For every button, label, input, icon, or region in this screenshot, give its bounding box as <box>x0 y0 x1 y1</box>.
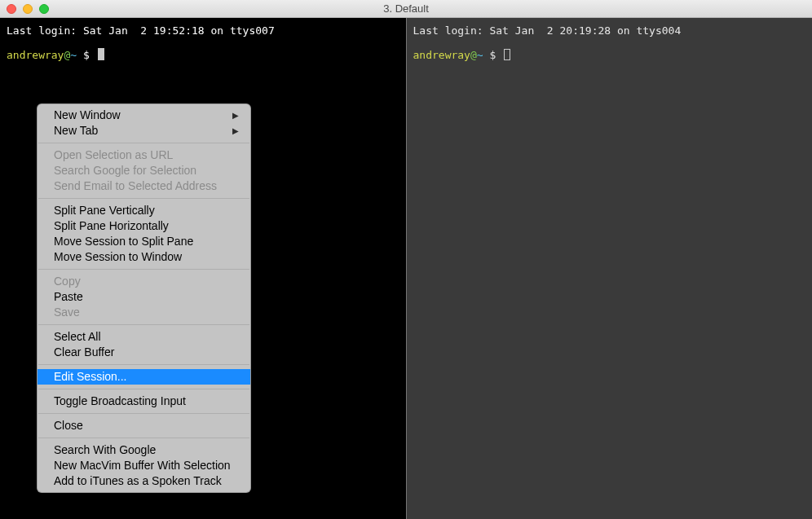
title-bar[interactable]: 3. Default <box>0 0 812 18</box>
menu-item-label: Move Session to Window <box>54 249 182 266</box>
window-title: 3. Default <box>0 2 812 15</box>
menu-item-label: New MacVim Buffer With Selection <box>54 457 231 474</box>
menu-separator <box>38 389 249 389</box>
menu-item-split-pane-horizontally[interactable]: Split Pane Horizontally <box>38 218 250 234</box>
chevron-right-icon: ▶ <box>232 109 239 121</box>
close-window-icon[interactable] <box>7 4 16 14</box>
menu-item-label: Edit Session... <box>54 368 127 385</box>
menu-item-move-session-to-window[interactable]: Move Session to Window <box>38 249 250 265</box>
menu-item-label: Split Pane Vertically <box>54 202 155 219</box>
menu-item-label: New Tab <box>54 122 98 139</box>
chevron-right-icon: ▶ <box>232 125 239 137</box>
menu-separator <box>38 413 249 414</box>
prompt-tilde: ~ <box>70 49 77 61</box>
terminal-pane-right[interactable]: Last login: Sat Jan 2 20:19:28 on ttys00… <box>407 18 813 519</box>
menu-item-label: Add to iTunes as a Spoken Track <box>54 473 222 490</box>
menu-item-label: Open Selection as URL <box>54 147 173 164</box>
menu-separator <box>38 438 249 438</box>
last-login-line: Last login: Sat Jan 2 19:52:18 on ttys00… <box>7 23 399 39</box>
menu-item-toggle-broadcasting-input[interactable]: Toggle Broadcasting Input <box>38 394 250 409</box>
menu-item-clear-buffer[interactable]: Clear Buffer <box>38 345 250 360</box>
menu-item-label: Search With Google <box>54 442 156 459</box>
menu-item-label: Copy <box>54 273 81 290</box>
menu-item-label: Select All <box>54 328 101 345</box>
menu-item-split-pane-vertically[interactable]: Split Pane Vertically <box>38 203 250 218</box>
prompt-tilde: ~ <box>477 49 483 61</box>
menu-item-edit-session[interactable]: Edit Session... <box>38 369 250 385</box>
cursor-icon <box>98 48 104 60</box>
prompt-user: andrewray <box>413 49 470 61</box>
menu-item-close[interactable]: Close <box>38 418 250 433</box>
menu-item-label: Send Email to Selected Address <box>54 178 217 195</box>
prompt-line: andrewray@~ $ <box>413 47 806 64</box>
menu-item-open-selection-as-url: Open Selection as URL <box>38 147 250 163</box>
menu-separator <box>38 143 249 143</box>
menu-item-new-window[interactable]: New Window▶ <box>38 108 250 123</box>
zoom-window-icon[interactable] <box>39 4 49 14</box>
menu-separator <box>38 269 249 270</box>
menu-separator <box>38 198 249 199</box>
menu-item-new-tab[interactable]: New Tab▶ <box>38 123 250 139</box>
cursor-icon <box>504 49 510 60</box>
menu-item-label: Move Session to Split Pane <box>54 233 193 250</box>
menu-item-label: Close <box>54 417 83 434</box>
menu-item-send-email-to-selected-address: Send Email to Selected Address <box>38 178 250 194</box>
menu-item-paste[interactable]: Paste <box>38 289 250 305</box>
menu-item-label: Toggle Broadcasting Input <box>54 393 186 410</box>
menu-item-copy: Copy <box>38 274 250 289</box>
last-login-line: Last login: Sat Jan 2 20:19:28 on ttys00… <box>413 23 806 39</box>
menu-item-label: Clear Buffer <box>54 344 114 361</box>
prompt-dollar: $ <box>83 49 90 61</box>
prompt-user: andrewray <box>7 49 64 61</box>
menu-item-label: Paste <box>54 288 83 306</box>
menu-item-search-google-for-selection: Search Google for Selection <box>38 163 250 178</box>
prompt-dollar: $ <box>489 49 496 61</box>
menu-item-select-all[interactable]: Select All <box>38 329 250 345</box>
menu-item-label: New Window <box>54 107 121 124</box>
terminal-pane-left[interactable]: Last login: Sat Jan 2 19:52:18 on ttys00… <box>0 18 407 519</box>
menu-item-search-with-google[interactable]: Search With Google <box>38 442 250 458</box>
prompt-line: andrewray@~ $ <box>7 47 399 64</box>
menu-separator <box>38 364 249 365</box>
menu-item-add-to-itunes-as-a-spoken-track[interactable]: Add to iTunes as a Spoken Track <box>38 473 250 489</box>
minimize-window-icon[interactable] <box>23 4 33 14</box>
menu-item-label: Split Pane Horizontally <box>54 218 169 235</box>
menu-separator <box>38 324 249 325</box>
menu-item-label: Search Google for Selection <box>54 162 196 179</box>
context-menu[interactable]: New Window▶New Tab▶Open Selection as URL… <box>37 103 251 493</box>
menu-item-save: Save <box>38 305 250 320</box>
menu-item-new-macvim-buffer-with-selection[interactable]: New MacVim Buffer With Selection <box>38 458 250 473</box>
split-panes: Last login: Sat Jan 2 19:52:18 on ttys00… <box>0 18 812 519</box>
menu-item-label: Save <box>54 304 80 321</box>
traffic-lights <box>7 4 49 14</box>
menu-item-move-session-to-split-pane[interactable]: Move Session to Split Pane <box>38 234 250 249</box>
prompt-at: @ <box>470 49 477 61</box>
